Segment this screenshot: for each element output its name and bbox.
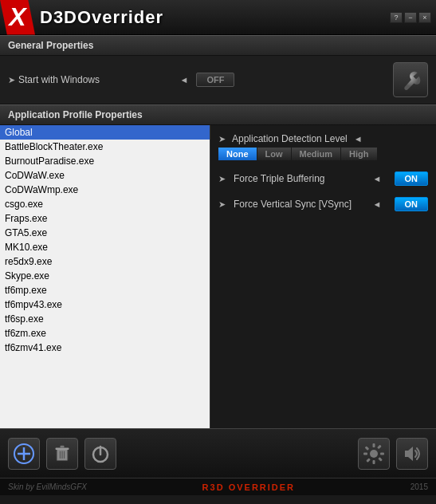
app-list: GlobalBattleBlockTheater.exeBurnoutParad… [0, 125, 210, 428]
svg-marker-20 [405, 447, 413, 461]
detection-level-label: Application Detection Level [232, 133, 348, 144]
svg-rect-16 [365, 446, 370, 451]
triple-buf-arrow-left: ◄ [373, 174, 382, 183]
app-list-item[interactable]: tf6zm.exe [0, 326, 210, 341]
arrow-right-icon: ➤ [8, 75, 15, 85]
detection-buttons: NoneLowMediumHigh [218, 148, 428, 160]
detection-arrow-right: ➤ [218, 134, 226, 144]
bottom-toolbar [0, 428, 436, 478]
app-list-item[interactable]: BurnoutParadise.exe [0, 154, 210, 168]
footer-skin-label: Skin by EvilMindsGFX [8, 482, 87, 491]
settings-button[interactable] [358, 438, 390, 470]
logo-x: X [0, 0, 35, 35]
app-list-item[interactable]: Skype.exe [0, 269, 210, 283]
svg-rect-14 [363, 452, 367, 455]
footer-app-title: R3D OVERRIDER [202, 482, 295, 492]
svg-rect-12 [373, 443, 375, 447]
vertical-sync-label: Force Vertical Sync [VSync] [234, 199, 365, 210]
svg-rect-4 [56, 447, 69, 450]
app-list-item[interactable]: CoDWaW.exe [0, 168, 210, 183]
audio-button[interactable] [396, 438, 428, 470]
start-with-windows-row: ➤ Start with Windows ◄ OFF [0, 56, 436, 104]
triple-buffering-row: ➤ Force Triple Buffering ◄ ON [218, 171, 428, 186]
triple-buffering-toggle[interactable]: ON [395, 171, 429, 186]
general-properties-header: General Properties [0, 35, 436, 56]
start-with-windows-toggle[interactable]: OFF [196, 73, 234, 87]
svg-rect-19 [366, 458, 371, 463]
wrench-icon [399, 69, 422, 91]
detection-arrow-left: ◄ [354, 134, 363, 144]
main-content: GlobalBattleBlockTheater.exeBurnoutParad… [0, 125, 436, 428]
footer: Skin by EvilMindsGFX R3D OVERRIDER 2015 [0, 478, 436, 495]
app-profile-title: Application Profile Properties [8, 109, 143, 120]
start-with-windows-label: Start with Windows [18, 74, 177, 85]
detection-level-row: ➤ Application Detection Level ◄ [218, 133, 428, 144]
toolbar-left [8, 438, 116, 470]
toolbar-right [358, 438, 428, 470]
add-icon [14, 443, 34, 464]
footer-year: 2015 [410, 482, 428, 491]
arrow-left-icon: ◄ [180, 75, 189, 85]
app-list-item[interactable]: BattleBlockTheater.exe [0, 140, 210, 154]
app-list-item[interactable]: Global [0, 125, 210, 140]
detection-level-button-low[interactable]: Low [257, 148, 291, 160]
detection-level-button-none[interactable]: None [218, 148, 257, 160]
wrench-button[interactable] [393, 62, 428, 97]
power-icon [90, 443, 111, 464]
app-list-item[interactable]: CoDWaWmp.exe [0, 183, 210, 197]
app-list-item[interactable]: re5dx9.exe [0, 254, 210, 269]
power-button[interactable] [84, 438, 116, 470]
app-list-item[interactable]: tf6zmv41.exe [0, 341, 210, 355]
close-button[interactable]: × [418, 12, 431, 23]
svg-point-11 [370, 450, 378, 458]
app-list-item[interactable]: GTA5.exe [0, 226, 210, 240]
app-title: D3DOverrider [29, 7, 163, 28]
vertical-sync-toggle[interactable]: ON [395, 197, 429, 211]
title-bar: X D3DOverrider ? − × [0, 0, 436, 35]
app-logo: X D3DOverrider [0, 0, 163, 34]
app-list-item[interactable]: Fraps.exe [0, 211, 210, 226]
right-panel: ➤ Application Detection Level ◄ NoneLowM… [210, 125, 436, 428]
svg-rect-13 [373, 460, 375, 464]
app-list-item[interactable]: tf6mp.exe [0, 283, 210, 297]
app-profile-header: Application Profile Properties [0, 104, 436, 125]
detection-level-section: ➤ Application Detection Level ◄ NoneLowM… [218, 133, 428, 160]
help-button[interactable]: ? [390, 12, 403, 23]
app-list-item[interactable]: MK10.exe [0, 240, 210, 254]
app-list-item[interactable]: csgo.exe [0, 197, 210, 211]
svg-rect-5 [60, 445, 64, 447]
detection-level-button-medium[interactable]: Medium [292, 148, 341, 160]
speaker-icon [402, 443, 422, 464]
gear-icon [362, 442, 386, 466]
vsync-arrow-right: ➤ [218, 199, 226, 210]
app-profile-section: Application Profile Properties GlobalBat… [0, 104, 436, 428]
svg-rect-15 [380, 452, 384, 455]
window-controls: ? − × [390, 12, 431, 23]
app-list-item[interactable]: tf6mpv43.exe [0, 297, 210, 312]
vertical-sync-row: ➤ Force Vertical Sync [VSync] ◄ ON [218, 197, 428, 211]
delete-button[interactable] [46, 438, 78, 470]
app-list-item[interactable]: tf6sp.exe [0, 312, 210, 326]
triple-buffering-label: Force Triple Buffering [234, 173, 365, 184]
general-properties-section: General Properties ➤ Start with Windows … [0, 35, 436, 104]
svg-rect-17 [378, 457, 383, 462]
svg-rect-18 [377, 444, 382, 449]
triple-buf-arrow-right: ➤ [218, 174, 226, 184]
vsync-arrow-left: ◄ [373, 199, 382, 209]
general-properties-title: General Properties [8, 40, 93, 51]
app-list-panel: GlobalBattleBlockTheater.exeBurnoutParad… [0, 125, 210, 428]
minimize-button[interactable]: − [404, 12, 417, 23]
detection-level-button-high[interactable]: High [341, 148, 376, 160]
trash-icon [53, 445, 71, 463]
add-button[interactable] [8, 438, 40, 470]
